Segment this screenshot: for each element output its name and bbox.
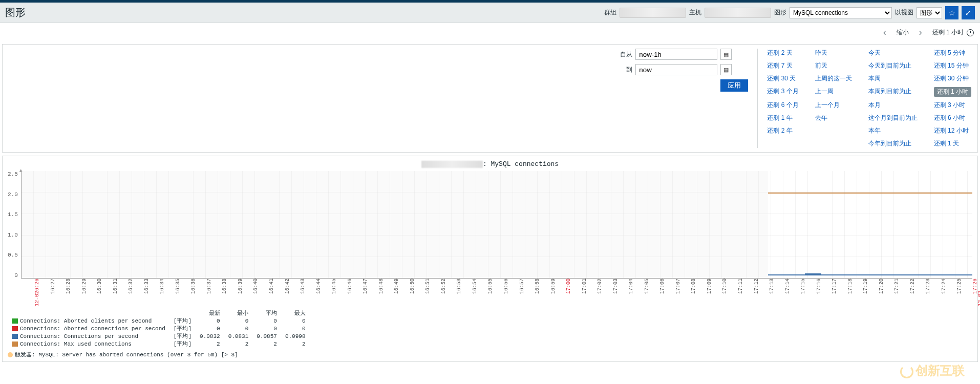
host-label: 主机 [689,8,701,17]
quick-range-link[interactable]: 今年到目前为止 [868,139,918,148]
group-label: 群组 [604,8,616,17]
apply-button[interactable]: 应用 [720,79,748,92]
group-select[interactable] [620,8,686,18]
quick-range-link[interactable]: 还剩 1 年 [767,114,798,122]
view-label: 以视图 [895,8,913,17]
quick-range-link[interactable]: 今天到目前为止 [868,61,918,70]
chart-legend: 最新最小平均最大Connections: Aborted clients per… [8,309,972,358]
quick-range-link[interactable]: 还剩 7 天 [767,61,798,70]
legend-row: Connections: Aborted connections per sec… [8,325,310,332]
trigger-row: 触发器: MySQL: Server has aborted connectio… [8,351,972,358]
quick-range-link[interactable]: 还剩 15 分钟 [934,61,971,70]
series-max-used [768,193,972,194]
to-calendar-button[interactable]: ▦ [720,64,732,75]
quick-range-link[interactable]: 前天 [815,61,852,70]
quick-range-link[interactable]: 本周到目前为止 [868,87,918,97]
watermark: 创新互联 [900,362,965,365]
page-header: 图形 群组 主机 图形 MySQL connections 以视图 图形 ☆ ⤢ [0,3,980,23]
plot-area[interactable]: ▲ [21,171,972,279]
quick-range-link[interactable]: 还剩 1 小时 [934,87,971,97]
quick-range-link[interactable]: 还剩 2 天 [767,49,798,57]
favorite-button[interactable]: ☆ [945,6,958,19]
quick-range-link[interactable]: 还剩 3 个月 [767,87,798,97]
quick-range-link[interactable]: 去年 [815,114,852,122]
host-select[interactable] [705,8,771,18]
to-input[interactable] [635,64,717,75]
trigger-dot-icon [8,352,13,357]
from-calendar-button[interactable]: ▦ [720,49,732,60]
quick-range-link[interactable]: 还剩 12 小时 [934,126,971,135]
legend-row: Connections: Max used connections[平均]222… [8,340,310,348]
quick-range-link[interactable]: 这个月到目前为止 [868,114,918,122]
quick-range-link[interactable]: 今天 [868,49,918,57]
to-label: 到 [620,66,632,74]
fullscreen-button[interactable]: ⤢ [962,6,975,19]
quick-range-link[interactable]: 上一个月 [815,101,852,110]
quick-range-link[interactable]: 还剩 1 天 [934,139,971,148]
from-label: 自从 [620,50,632,59]
time-nav: ‹ 缩小 › 还剩 1 小时 [0,23,980,42]
quick-range-link[interactable]: 本年 [868,126,918,135]
quick-range-link[interactable]: 还剩 3 小时 [934,101,971,110]
quick-range-link[interactable]: 还剩 5 分钟 [934,49,971,57]
quick-range-link[interactable]: 还剩 30 天 [767,74,798,83]
quick-range-link[interactable]: 本月 [868,101,918,110]
chart-title: : MySQL connections [8,159,972,171]
quick-range-link[interactable]: 还剩 2 年 [767,126,798,135]
time-current-label: 还剩 1 小时 [932,28,964,37]
time-panel: 自从 ▦ 到 ▦ 应用 还剩 2 天昨天今天还剩 5 分钟还剩 7 天前天今天到… [2,44,978,153]
quick-range-link[interactable]: 上周的这一天 [815,74,852,83]
legend-row: Connections: Aborted clients per second[… [8,317,310,325]
quick-range-link[interactable]: 还剩 30 分钟 [934,74,971,83]
chart-container: : MySQL connections 2.52.01.51.00.50 ▲ 1… [2,156,978,362]
y-axis: 2.52.01.51.00.50 [8,171,21,279]
page-title: 图形 [5,6,26,19]
time-prev-button[interactable]: ‹ [880,26,889,39]
quick-range-link[interactable]: 本周 [868,74,918,83]
quick-range-link[interactable]: 还剩 6 小时 [934,114,971,122]
quick-range-link[interactable]: 上一周 [815,87,852,97]
view-select[interactable]: 图形 [917,7,942,18]
from-input[interactable] [635,49,717,60]
clock-icon[interactable] [967,29,974,36]
graph-label: 图形 [774,8,786,17]
quick-ranges: 还剩 2 天昨天今天还剩 5 分钟还剩 7 天前天今天到目前为止还剩 15 分钟… [767,49,971,148]
quick-range-link[interactable]: 还剩 6 个月 [767,101,798,110]
graph-select[interactable]: MySQL connections [790,7,892,18]
time-next-button[interactable]: › [916,26,925,39]
legend-row: Connections: Connections per second[平均]0… [8,332,310,340]
x-axis: 12-0216:2616:2716:2816:2916:3016:3116:32… [34,279,972,307]
zoom-out-button[interactable]: 缩小 [897,28,909,37]
quick-range-link[interactable]: 昨天 [815,49,852,57]
series-connections-per-sec [768,274,972,275]
